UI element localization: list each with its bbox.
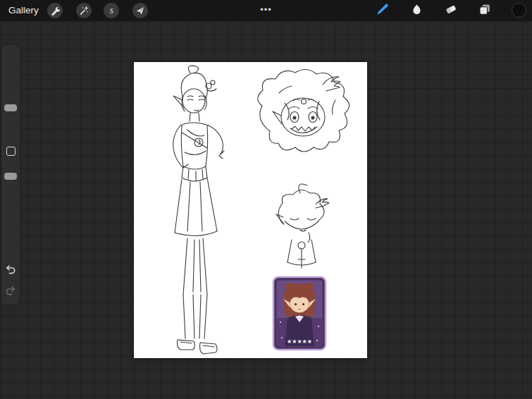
magic-wand-icon [79,6,89,16]
redo-arrow-icon [5,286,16,298]
opacity-slider[interactable] [4,173,17,180]
actions-button[interactable] [47,3,63,18]
color-swatch[interactable] [512,3,526,18]
eraser-tool-button[interactable] [443,2,459,19]
transform-arrow-icon [135,6,145,16]
drawing-canvas[interactable]: ★★★★★ [134,62,367,358]
brush-size-slider[interactable] [4,104,17,111]
chibi-sketch [276,184,329,268]
undo-arrow-icon [5,265,16,277]
character-card: ★★★★★ [273,277,326,350]
top-toolbar: Gallery S [0,0,532,21]
full-body-sketch [173,66,224,354]
gallery-button[interactable]: Gallery [8,0,39,21]
layers-icon [478,3,491,18]
selection-button[interactable]: S [104,3,119,18]
card-star-rating: ★★★★★ [287,338,312,345]
artwork-sketch: ★★★★★ [134,62,367,358]
redo-button[interactable] [5,285,16,296]
layers-button[interactable] [476,2,493,19]
smudge-tool-button[interactable] [408,2,425,19]
undo-button[interactable] [5,264,16,275]
selection-s-icon: S [106,6,116,16]
wrench-icon [50,6,60,16]
head-study-sketch [258,69,349,152]
canvas-options-dots[interactable]: ••• [260,0,272,21]
adjustments-button[interactable] [76,3,92,18]
tool-sidebar [1,45,20,305]
eraser-icon [445,3,457,18]
smudge-icon [411,4,423,18]
paint-brush-icon [376,2,390,19]
modify-button[interactable] [6,147,16,156]
transform-button[interactable] [132,3,148,18]
paint-tool-button[interactable] [374,2,391,19]
svg-text:S: S [109,7,113,15]
